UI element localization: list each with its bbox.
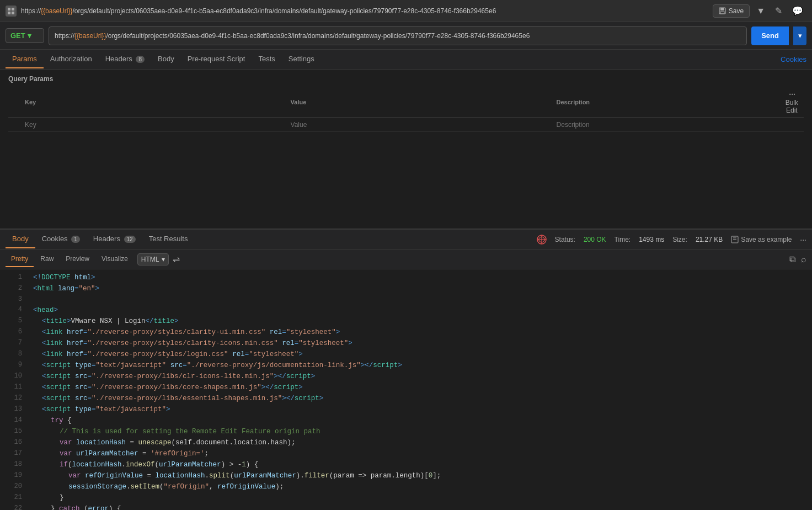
tab-body[interactable]: Body [151,50,181,68]
query-params-section: Query Params Key Value Description ··· [0,70,812,137]
desc-input[interactable] [557,121,774,129]
save-button[interactable]: Save [713,4,750,18]
response-tab-test-results[interactable]: Test Results [142,230,195,248]
code-line: 16var locationHash = unescape(self.docum… [0,437,812,448]
line-number: 1 [6,272,22,283]
line-content: } catch (error) { [33,503,806,510]
send-button[interactable]: Send [751,26,789,45]
cookies-badge: 1 [71,236,80,243]
dropdown-button[interactable]: ▼ [753,4,768,18]
response-more-button[interactable]: ··· [800,235,806,244]
code-tab-visualize[interactable]: Visualize [96,252,133,267]
save-example-button[interactable]: Save as example [731,236,792,243]
code-line: 11<script src="./reverse-proxy/libs/core… [0,382,812,393]
desc-col-header: Description [551,87,780,118]
save-example-icon [731,236,739,243]
line-content: <script type="text/javascript" src="./re… [33,360,806,371]
actions-col-header: ··· Bulk Edit [780,87,804,118]
tab-params[interactable]: Params [6,50,44,68]
value-header-label: Value [291,99,307,105]
line-content: <link href="./reverse-proxy/styles/clari… [33,327,806,338]
code-line: 7<link href="./reverse-proxy/styles/clar… [0,338,812,349]
line-number: 4 [6,305,22,316]
response-tab-headers[interactable]: Headers 12 [87,230,142,248]
code-tab-pretty[interactable]: Pretty [6,252,34,267]
code-line: 18if(locationHash.indexOf(urlParamMatche… [0,459,812,470]
line-content: <script src="./reverse-proxy/libs/essent… [33,393,806,404]
response-tab-cookies[interactable]: Cookies 1 [35,230,87,248]
top-bar: https://{{baseUrl}}/orgs/default/project… [0,0,812,22]
url-field-container: https://{{baseUrl}}/orgs/default/project… [49,26,747,45]
line-content: // This is used for setting the Remote E… [33,426,806,437]
method-selector[interactable]: GET ▾ [6,28,44,43]
code-tab-preview[interactable]: Preview [60,252,95,267]
tab-pre-request[interactable]: Pre-request Script [181,50,252,68]
bulk-edit-button[interactable]: Bulk Edit [786,99,798,114]
tab-authorization[interactable]: Authorization [44,50,99,68]
edit-button[interactable]: ✎ [772,3,786,18]
line-content: <html lang="en"> [33,283,806,294]
code-line: 14try { [0,415,812,426]
line-number: 20 [6,481,22,492]
code-line: 20sessionStorage.setItem("refOrigin", re… [0,481,812,492]
line-content: <link href="./reverse-proxy/styles/login… [33,349,806,360]
format-selector[interactable]: HTML ▾ [137,253,169,265]
url-display[interactable]: https://{{baseUrl}}/orgs/default/project… [49,26,747,45]
request-tabs-row: Params Authorization Headers 8 Body Pre-… [0,50,812,70]
line-content: <!DOCTYPE html> [33,272,806,283]
key-input[interactable] [25,121,280,129]
line-content: <title>VMware NSX | Login</title> [33,316,806,327]
line-content: sessionStorage.setItem("refOrigin", refO… [33,481,806,492]
comment-button[interactable]: 💬 [789,3,806,18]
value-input[interactable] [291,121,546,129]
url-rest: /orgs/default/projects/06035aea-d0e9-4f1… [106,32,530,40]
code-line: 2<html lang="en"> [0,283,812,294]
search-button[interactable]: ⌕ [801,254,806,264]
empty-key-cell [19,118,285,132]
resp-headers-badge: 12 [124,236,136,243]
line-number: 12 [6,393,22,404]
response-tabs-row: Body Cookies 1 Headers 12 Test Results S… [0,230,812,249]
tab-settings[interactable]: Settings [282,50,321,68]
url-https: https:// [55,32,74,40]
response-section: Body Cookies 1 Headers 12 Test Results S… [0,229,812,510]
code-line: 15// This is used for setting the Remote… [0,426,812,437]
line-content: } [33,492,806,503]
params-table: Key Value Description ··· Bulk Edit [8,87,804,132]
code-line: 19var refOriginValue = locationHash.spli… [0,470,812,481]
time-value: 1493 ms [639,236,664,243]
line-number: 9 [6,360,22,371]
line-number: 8 [6,349,22,360]
line-number: 2 [6,283,22,294]
code-line: 17var urlParamMatcher = '#refOrigin='; [0,448,812,459]
code-tabs-row: Pretty Raw Preview Visualize HTML ▾ ⇌ ⧉ … [0,249,812,269]
network-icon [537,235,547,245]
save-icon [719,7,726,14]
empty-actions-cell [780,118,804,132]
cookies-link[interactable]: Cookies [781,55,806,63]
code-content: 1<!DOCTYPE html>2<html lang="en">34<head… [0,269,812,510]
line-number: 7 [6,338,22,349]
line-content: var urlParamMatcher = '#refOrigin='; [33,448,806,459]
code-line: 10<script src="./reverse-proxy/libs/clr-… [0,371,812,382]
checkbox-col-header [8,87,19,118]
tab-headers[interactable]: Headers 8 [99,50,151,68]
code-line: 4<head> [0,305,812,316]
desc-header-label: Description [557,99,590,105]
code-line: 5<title>VMware NSX | Login</title> [0,316,812,327]
code-tab-raw[interactable]: Raw [35,252,59,267]
line-number: 13 [6,404,22,415]
empty-checkbox [8,118,19,132]
copy-button[interactable]: ⧉ [789,254,795,264]
format-icon[interactable]: ⇌ [173,254,180,264]
response-status-area: Status: 200 OK Time: 1493 ms Size: 21.27… [537,235,806,245]
key-header-label: Key [25,99,36,105]
line-content: <link href="./reverse-proxy/styles/clari… [33,338,806,349]
line-number: 5 [6,316,22,327]
size-label: Size: [672,236,687,243]
size-value: 21.27 KB [696,236,723,243]
response-tab-body[interactable]: Body [6,230,35,248]
line-number: 21 [6,492,22,503]
tab-tests[interactable]: Tests [252,50,281,68]
send-dropdown-button[interactable]: ▾ [793,26,806,45]
